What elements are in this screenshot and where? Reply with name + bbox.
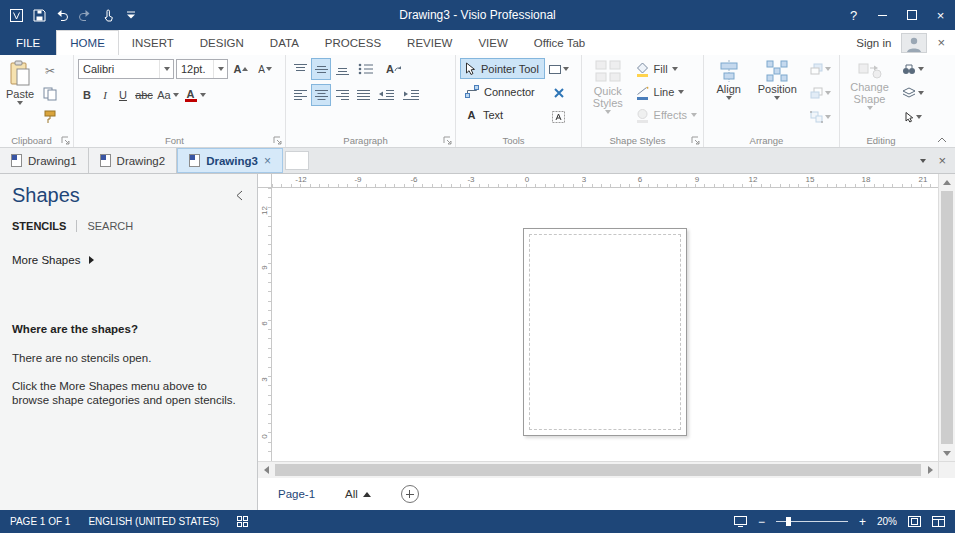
text-block-button[interactable] [548,106,570,128]
zoom-level[interactable]: 20% [877,516,897,527]
tab-home[interactable]: HOME [56,30,119,55]
more-shapes-button[interactable]: More Shapes [12,254,245,266]
close-button[interactable]: × [926,0,955,30]
vertical-scroll-thumb[interactable] [941,191,953,444]
find-button[interactable] [898,58,928,80]
visio-app-icon[interactable] [5,3,27,27]
paragraph-dialog-launcher[interactable] [443,136,452,145]
font-family-combo[interactable]: Calibri [78,59,174,79]
bring-forward-button[interactable] [805,58,835,80]
collapse-panel-icon[interactable] [236,190,243,201]
pointer-tool-button[interactable]: Pointer Tool [460,58,545,79]
macros-grid-icon[interactable] [237,516,248,527]
horizontal-scrollbar[interactable] [258,461,938,478]
connector-button[interactable]: Connector [460,81,545,102]
all-pages-button[interactable]: All [345,488,371,500]
underline-button[interactable]: U [114,84,132,106]
switch-windows-button[interactable] [932,516,945,527]
text-direction-button[interactable]: A [380,58,408,80]
shrink-font-button[interactable]: A [254,58,276,80]
undo-icon[interactable] [51,3,73,27]
zoom-in-button[interactable]: + [859,517,866,527]
maximize-button[interactable] [897,0,926,30]
tabrow-close-icon[interactable]: × [937,35,945,50]
quick-styles-button[interactable]: Quick Styles [586,58,630,132]
paste-button[interactable]: Paste [4,58,36,132]
page-indicator[interactable]: PAGE 1 OF 1 [10,516,70,527]
clipboard-dialog-launcher[interactable] [61,136,70,145]
insert-page-button[interactable] [401,485,419,503]
change-shape-button[interactable]: Change Shape [844,58,895,132]
touch-mode-icon[interactable] [97,3,119,27]
scroll-down-button[interactable] [939,445,955,461]
group-button[interactable] [805,106,835,128]
send-backward-button[interactable] [805,82,835,104]
presentation-mode-button[interactable] [734,516,747,527]
connection-point-button[interactable] [548,82,570,104]
tab-view[interactable]: VIEW [465,30,520,55]
format-painter-button[interactable] [39,106,61,128]
align-button[interactable]: Align [708,58,750,132]
font-color-button[interactable]: A [180,84,210,106]
justify-button[interactable] [353,84,373,106]
shape-styles-dialog-launcher[interactable] [691,136,700,145]
effects-button[interactable]: Effects [633,104,699,126]
zoom-slider[interactable] [776,521,848,522]
layers-button[interactable] [898,82,928,104]
tab-stencils[interactable]: STENCILS [12,220,76,232]
cut-button[interactable]: ✂ [39,60,61,82]
collapse-ribbon-icon[interactable] [937,137,947,143]
rectangle-tool-button[interactable] [548,58,570,80]
position-button[interactable]: Position [753,58,802,132]
language-indicator[interactable]: ENGLISH (UNITED STATES) [88,516,219,527]
align-middle-button[interactable] [311,58,331,80]
tab-office-tab[interactable]: Office Tab [521,30,598,55]
drawing-page[interactable] [523,228,687,436]
new-tab-stub[interactable] [285,151,309,170]
zoom-out-button[interactable]: − [758,517,765,527]
fit-page-button[interactable] [908,516,921,527]
tab-review[interactable]: REVIEW [394,30,465,55]
tab-data[interactable]: DATA [257,30,312,55]
minimize-button[interactable] [868,0,897,30]
vertical-ruler[interactable]: 12 9 6 3 0 [258,188,272,461]
zoom-slider-thumb[interactable] [786,517,791,526]
doc-tab-close-icon[interactable]: × [264,154,271,168]
horizontal-scroll-thumb[interactable] [275,464,921,476]
scroll-left-button[interactable] [258,462,274,478]
tab-insert[interactable]: INSERT [119,30,187,55]
vertical-scrollbar[interactable] [938,174,955,461]
redo-icon[interactable] [74,3,96,27]
line-button[interactable]: Line [633,81,699,103]
bullets-button[interactable] [353,58,379,80]
doctabs-dropdown-icon[interactable] [920,159,926,163]
text-tool-button[interactable]: A Text [460,104,545,125]
save-icon[interactable] [28,3,50,27]
horizontal-ruler[interactable]: -12 -9 -6 -3 0 3 6 9 12 15 18 21 [272,174,938,188]
font-dialog-launcher[interactable] [273,136,282,145]
tab-search[interactable]: SEARCH [76,220,133,232]
tab-process[interactable]: PROCESS [312,30,394,55]
tab-design[interactable]: DESIGN [187,30,257,55]
strikethrough-button[interactable]: abc [132,84,156,106]
doc-tab-drawing2[interactable]: Drawing2 [89,148,178,173]
align-left-button[interactable] [290,84,310,106]
scroll-up-button[interactable] [939,174,955,190]
doctabs-close-icon[interactable]: × [938,153,946,168]
avatar[interactable] [901,33,927,53]
align-bottom-button[interactable] [332,58,352,80]
change-case-button[interactable]: Aa [156,84,180,106]
doc-tab-drawing3[interactable]: Drawing3 × [177,148,283,173]
doc-tab-drawing1[interactable]: Drawing1 [0,148,89,173]
scroll-right-button[interactable] [922,462,938,478]
italic-button[interactable]: I [96,84,114,106]
grow-font-button[interactable]: A [230,58,252,80]
decrease-indent-button[interactable] [374,84,398,106]
font-size-combo[interactable]: 12pt. [176,59,228,79]
page-tab-page1[interactable]: Page-1 [278,488,315,500]
fill-button[interactable]: Fill [633,58,699,80]
bold-button[interactable]: B [78,84,96,106]
customize-qat-icon[interactable] [120,3,142,27]
increase-indent-button[interactable] [399,84,423,106]
sign-in-link[interactable]: Sign in [856,37,891,49]
